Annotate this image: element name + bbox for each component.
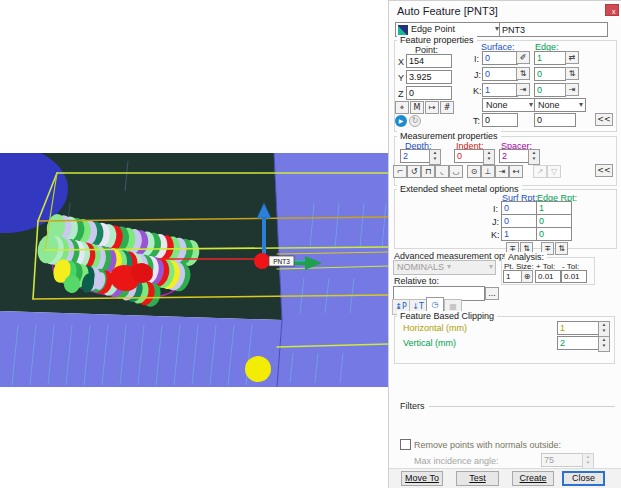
t-label: T: [473,116,480,126]
plus-tol-input[interactable] [535,270,561,283]
surf-rpt-k-input[interactable] [501,227,537,241]
j-surface-input[interactable] [482,67,518,81]
surface-flip-button[interactable]: ⇅ [516,67,530,80]
relative-to-label: Relative to: [394,276,439,286]
remeasure-button[interactable]: ↻ [409,115,421,127]
k-surface-input[interactable] [482,83,518,97]
sheet-metal-label: Extended sheet metal options [397,184,522,194]
horizontal-label: Horizontal (mm) [403,323,467,333]
i-label: I: [474,54,479,64]
spinner-arrows-icon[interactable]: ▲▼ [483,149,495,165]
screen: PNT3 Auto Feature [PNT3] x Edge Point ▾ … [0,0,621,488]
collapse-measurement-button[interactable]: << [595,164,613,177]
z-label: Z [398,89,404,99]
svg-text:PNT3: PNT3 [273,258,290,265]
minus-tol-input[interactable] [561,270,587,283]
chevron-down-icon: ▾ [529,99,533,111]
i-edge-input[interactable] [534,51,566,65]
find-button[interactable]: M [410,101,424,114]
spinner-arrows-icon[interactable]: ▲▼ [429,149,441,165]
probe-mode-4-button[interactable]: ↤ [509,165,523,178]
x-input[interactable] [406,54,452,68]
cad-scene: PNT3 [0,153,389,387]
remove-normals-label: Remove points with normals outside: [414,440,561,450]
surface-vector-button[interactable]: ✐ [516,51,530,64]
j-label: J: [474,70,481,80]
find-vector-button[interactable]: ↦ [425,101,439,114]
y-input[interactable] [406,70,452,84]
probe-path-4-button[interactable]: ◟ [435,165,449,178]
pt-size-gage-button[interactable]: ⊕ [521,270,533,283]
remove-normals-checkbox[interactable] [400,439,411,450]
filters-label: Filters [400,401,425,411]
t-surface-input[interactable] [482,113,518,127]
edge-flip-button[interactable]: ⇅ [565,67,579,80]
probe-mode-3-button[interactable]: ⇥ [495,165,509,178]
k-label: K: [473,86,482,96]
surface-mode-dropdown[interactable]: None▾ [482,98,536,112]
play-button[interactable]: ▶ [395,115,407,127]
y-label: Y [398,73,404,83]
surface-align-button[interactable]: ⇥ [516,83,530,96]
path-lines-button: ↗ [533,165,547,178]
i-surface-input[interactable] [482,51,518,65]
move-to-button[interactable]: Move To [401,471,443,486]
read-position-button[interactable]: ⌖ [395,101,409,114]
create-button[interactable]: Create [512,471,554,486]
spinner-arrows-icon[interactable]: ▲▼ [598,336,610,352]
edge-rpt-k-input[interactable] [536,227,572,241]
test-button[interactable]: Test [456,471,499,486]
point-label: PNT3 [269,256,294,266]
clipping-label: Feature Based Clipping [397,311,497,321]
z-input[interactable] [406,86,452,100]
feature-name-input[interactable] [499,22,608,37]
feature-properties-label: Feature properties [397,35,477,45]
part-front-face [0,311,282,387]
snap-grid-button[interactable]: # [440,101,454,114]
filter-button: ▽ [547,165,561,178]
edge-rpt-j-input[interactable] [536,214,572,228]
surf-rpt-j-input[interactable] [501,214,537,228]
filters-divider [429,406,615,407]
edge-mode-dropdown[interactable]: None▾ [534,98,586,112]
probe-mode-1-button[interactable]: ⊙ [467,165,481,178]
k-edge-input[interactable] [534,83,566,97]
max-angle-label: Max incidence angle: [414,456,499,466]
spinner-arrows-icon: ▲▼ [582,453,594,469]
part-right-face [274,153,389,387]
edge-swap-button[interactable]: ⇄ [565,51,579,64]
spinner-arrows-icon[interactable]: ▲▼ [528,149,540,165]
yellow-point-marker [245,356,271,382]
analysis-label: Analysis: [505,252,547,262]
edge-rpt-i-input[interactable] [536,201,572,215]
auto-feature-dialog: Auto Feature [PNT3] x Edge Point ▾ Featu… [388,0,621,488]
probe-path-2-button[interactable]: ↺ [407,165,421,178]
x-label: X [398,57,404,67]
chevron-down-icon: ▾ [579,99,583,111]
cad-viewport[interactable]: PNT3 [0,153,389,387]
surf-rpt-i-input[interactable] [501,201,537,215]
collapse-feature-button[interactable]: << [595,113,613,126]
browse-button[interactable]: ... [485,287,499,300]
nominals-dropdown: NOMINALS ▾ ▾ [393,260,496,275]
chevron-down-icon: ▾ [489,261,493,273]
vertical-label: Vertical (mm) [403,338,456,348]
probe-path-5-button[interactable]: ◡ [449,165,463,178]
chevron-down-icon: ▾ [447,261,451,273]
probe-path-3-button[interactable]: ⊓ [421,165,435,178]
dialog-title: Auto Feature [PNT3] [397,6,498,16]
measurement-properties-label: Measurement properties [397,131,501,141]
edge-align-button[interactable]: ⇥ [565,83,579,96]
edge-point-icon [398,25,408,35]
close-button[interactable]: Close [562,471,605,486]
j-edge-input[interactable] [534,67,566,81]
probe-mode-2-button[interactable]: ⊥ [481,165,495,178]
edge-flip2-button[interactable]: ⇅ [555,242,568,255]
probe-path-1-button[interactable]: ⌐ [393,165,407,178]
close-icon[interactable]: x [605,4,619,16]
spinner-arrows-icon[interactable]: ▲▼ [598,321,610,337]
t-edge-input[interactable] [534,113,576,127]
active-point-marker[interactable] [254,253,270,269]
